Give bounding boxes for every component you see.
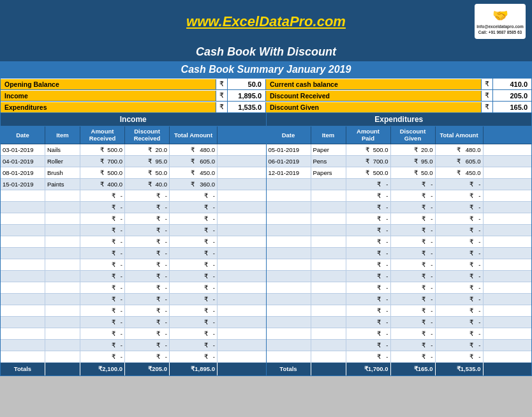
inc-amt-cell: ₹ 700.0	[80, 156, 125, 167]
inc-item-cell-empty[interactable]	[45, 236, 80, 247]
inc-amt-cell-empty: ₹ -	[80, 282, 125, 293]
exp-date-cell-empty[interactable]	[267, 225, 311, 236]
exp-date-cell-empty[interactable]	[267, 340, 311, 351]
inc-item-cell-empty[interactable]	[45, 259, 80, 270]
exp-date-cell-empty[interactable]	[267, 282, 311, 293]
exp-item-cell-empty[interactable]	[311, 236, 346, 247]
exp-item-cell[interactable]: Papers	[311, 167, 346, 178]
inc-date-cell-empty[interactable]	[1, 351, 45, 362]
exp-item-cell-empty[interactable]	[311, 328, 346, 339]
header-title-block: www.ExcelDataPro.com	[57, 13, 475, 30]
inc-date-cell[interactable]: 08-01-2019	[1, 167, 45, 178]
inc-date-cell-empty[interactable]	[1, 282, 45, 293]
exp-item-cell-empty[interactable]	[311, 294, 346, 305]
exp-item-cell-empty[interactable]	[311, 213, 346, 224]
inc-item-cell[interactable]: Nails	[45, 144, 80, 155]
exp-date-cell[interactable]: 05-01-2019	[267, 144, 311, 155]
inc-item-cell-empty[interactable]	[45, 225, 80, 236]
inc-item-cell-empty[interactable]	[45, 351, 80, 362]
exp-date-cell-empty[interactable]	[267, 213, 311, 224]
exp-date-cell-empty[interactable]	[267, 271, 311, 282]
inc-item-cell-empty[interactable]	[45, 282, 80, 293]
inc-date-cell-empty[interactable]	[1, 190, 45, 201]
exp-date-cell-empty[interactable]	[267, 248, 311, 259]
exp-item-cell-empty[interactable]	[311, 259, 346, 270]
inc-date-cell-empty[interactable]	[1, 225, 45, 236]
discount-given-label: Discount Given	[266, 102, 482, 112]
site-url[interactable]: www.ExcelDataPro.com	[57, 13, 475, 30]
exp-date-cell-empty[interactable]	[267, 236, 311, 247]
exp-disc-cell-empty: ₹ -	[391, 179, 436, 190]
inc-date-cell-empty[interactable]	[1, 259, 45, 270]
inc-item-cell[interactable]: Paints	[45, 179, 80, 190]
inc-item-cell-empty[interactable]	[45, 305, 80, 316]
exp-item-cell-empty[interactable]	[311, 340, 346, 351]
inc-date-cell-empty[interactable]	[1, 340, 45, 351]
expenditure-totals-label: Totals	[267, 363, 311, 375]
inc-disc-cell-empty: ₹ -	[125, 317, 170, 328]
inc-item-cell-empty[interactable]	[45, 340, 80, 351]
exp-item-cell-empty[interactable]	[311, 190, 346, 201]
exp-amt-cell: ₹ 500.0	[346, 167, 391, 178]
inc-date-cell-empty[interactable]	[1, 317, 45, 328]
inc-item-cell-empty[interactable]	[45, 248, 80, 259]
inc-amt-cell-empty: ₹ -	[80, 271, 125, 282]
exp-date-cell-empty[interactable]	[267, 179, 311, 190]
inc-date-cell-empty[interactable]	[1, 213, 45, 224]
exp-item-cell-empty[interactable]	[311, 317, 346, 328]
income-data-row: ₹ - ₹ - ₹ -	[1, 282, 266, 294]
inc-date-cell-empty[interactable]	[1, 202, 45, 213]
summary-title-bar: Cash Book Summary January 2019	[0, 61, 532, 78]
inc-date-cell-empty[interactable]	[1, 305, 45, 316]
exp-date-cell-empty[interactable]	[267, 190, 311, 201]
exp-item-cell-empty[interactable]	[311, 248, 346, 259]
exp-date-cell-empty[interactable]	[267, 305, 311, 316]
expenditure-data-row: ₹ - ₹ - ₹ -	[267, 340, 532, 351]
exp-date-cell-empty[interactable]	[267, 259, 311, 270]
inc-item-cell-empty[interactable]	[45, 328, 80, 339]
inc-amt-cell-empty: ₹ -	[80, 225, 125, 236]
exp-date-cell-empty[interactable]	[267, 294, 311, 305]
exp-item-cell-empty[interactable]	[311, 202, 346, 213]
exp-item-cell-empty[interactable]	[311, 282, 346, 293]
inc-date-cell[interactable]: 04-01-2019	[1, 156, 45, 167]
inc-date-cell-empty[interactable]	[1, 294, 45, 305]
inc-item-cell-empty[interactable]	[45, 202, 80, 213]
inc-item-cell[interactable]: Roller	[45, 156, 80, 167]
exp-date-cell[interactable]: 06-01-2019	[267, 156, 311, 167]
inc-item-cell[interactable]: Brush	[45, 167, 80, 178]
inc-total-cell: ₹ 360.0	[170, 179, 218, 190]
exp-item-cell[interactable]: Pens	[311, 156, 346, 167]
exp-date-cell[interactable]: 12-01-2019	[267, 167, 311, 178]
exp-item-cell-empty[interactable]	[311, 305, 346, 316]
summary-right-2: Discount Received ₹ 205.0	[266, 90, 531, 101]
inc-date-cell-empty[interactable]	[1, 328, 45, 339]
inc-date-cell-empty[interactable]	[1, 271, 45, 282]
inc-item-cell-empty[interactable]	[45, 190, 80, 201]
exp-total-cell-empty: ₹ -	[436, 328, 484, 339]
expenditure-section-header: Expenditures	[267, 113, 532, 126]
exp-item-cell-empty[interactable]	[311, 225, 346, 236]
inc-date-cell-empty[interactable]	[1, 236, 45, 247]
exp-item-cell-empty[interactable]	[311, 351, 346, 362]
inc-item-cell-empty[interactable]	[45, 317, 80, 328]
exp-amt-cell-empty: ₹ -	[346, 328, 391, 339]
exp-item-cell[interactable]: Paper	[311, 144, 346, 155]
exp-date-cell-empty[interactable]	[267, 317, 311, 328]
inc-item-cell-empty[interactable]	[45, 294, 80, 305]
income-data-row: ₹ - ₹ - ₹ -	[1, 305, 266, 317]
inc-date-cell[interactable]: 15-01-2019	[1, 179, 45, 190]
exp-item-cell-empty[interactable]	[311, 179, 346, 190]
income-data-row: ₹ - ₹ - ₹ -	[1, 213, 266, 225]
inc-item-cell-empty[interactable]	[45, 271, 80, 282]
exp-item-cell-empty[interactable]	[311, 271, 346, 282]
expenditure-data-row: ₹ - ₹ - ₹ -	[267, 202, 532, 213]
exp-date-cell-empty[interactable]	[267, 202, 311, 213]
exp-total-cell-empty: ₹ -	[436, 282, 484, 293]
inc-item-cell-empty[interactable]	[45, 213, 80, 224]
exp-date-cell-empty[interactable]	[267, 328, 311, 339]
inc-date-cell-empty[interactable]	[1, 248, 45, 259]
summary-left-1: Opening Balance ₹ 50.0	[1, 79, 266, 89]
exp-date-cell-empty[interactable]	[267, 351, 311, 362]
inc-date-cell[interactable]: 03-01-2019	[1, 144, 45, 155]
